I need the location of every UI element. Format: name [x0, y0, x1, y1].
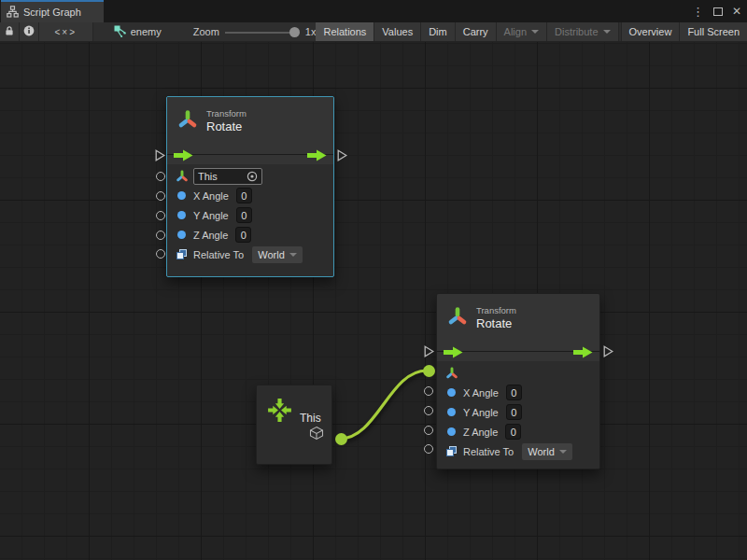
node-title: Rotate	[476, 316, 516, 330]
zoom-slider-track	[225, 32, 300, 34]
node-this[interactable]: This	[256, 385, 332, 465]
value-input-port[interactable]	[424, 426, 433, 435]
input-row-x-angle: X Angle 0	[437, 383, 599, 402]
dropdown-arrow-icon	[603, 30, 611, 34]
dropdown-arrow-icon	[559, 450, 567, 454]
relative-to-dropdown[interactable]: World	[252, 246, 303, 263]
fullscreen-button[interactable]: Full Screen	[680, 22, 747, 41]
value-input-port[interactable]	[156, 172, 165, 181]
input-label: X Angle	[193, 190, 229, 202]
graph-hierarchy-icon	[7, 6, 19, 20]
node-header[interactable]: Transform Rotate	[437, 294, 599, 342]
title-bar: Script Graph ⋮ ✕	[0, 0, 747, 22]
flow-in-arrow-icon	[444, 345, 463, 362]
input-row-relative-to: Relative To World	[167, 245, 333, 264]
input-label: Z Angle	[193, 230, 228, 241]
values-button[interactable]: Values	[374, 22, 421, 41]
float-port-icon	[447, 427, 456, 436]
zoom-slider-handle[interactable]	[289, 27, 300, 37]
info-icon	[23, 25, 35, 38]
value-input-port[interactable]	[156, 211, 165, 220]
zoom-slider[interactable]	[225, 22, 300, 42]
float-port-icon	[177, 231, 186, 239]
graph-toolbar: <×> enemy Zoom 1x Relations Values Dim C…	[0, 22, 747, 42]
distribute-button: Distribute	[547, 22, 618, 41]
dropdown-arrow-icon	[531, 30, 539, 34]
transform-mini-icon	[444, 367, 458, 380]
control-output-port[interactable]	[603, 344, 613, 361]
input-label: Z Angle	[463, 427, 498, 438]
z-angle-value[interactable]: 0	[505, 424, 521, 440]
flow-out-arrow-icon	[307, 148, 327, 165]
control-input-port[interactable]	[155, 148, 165, 165]
value-input-port[interactable]	[424, 444, 433, 454]
self-output-port[interactable]	[335, 433, 347, 445]
node-category: Transform	[206, 108, 247, 119]
value-input-port[interactable]	[156, 249, 165, 259]
code-preview-button[interactable]: <×>	[39, 22, 93, 41]
flow-out-arrow-icon	[573, 345, 593, 362]
maximize-icon[interactable]	[713, 7, 723, 16]
breadcrumb[interactable]: enemy	[114, 22, 162, 41]
node-header[interactable]: Transform Rotate	[167, 97, 333, 145]
y-angle-value[interactable]: 0	[506, 404, 522, 420]
zoom-level: 1x	[305, 26, 317, 37]
input-label: Y Angle	[463, 407, 499, 418]
input-row-y-angle: Y Angle 0	[167, 205, 333, 225]
input-label: Y Angle	[193, 210, 229, 221]
control-output-port[interactable]	[337, 148, 347, 165]
node-title: Rotate	[206, 119, 247, 133]
lock-button[interactable]	[0, 22, 20, 41]
target-object-field[interactable]: This	[193, 168, 262, 185]
input-row-z-angle: Z Angle 0	[437, 422, 599, 441]
gameobject-cube-icon	[309, 426, 324, 444]
float-port-icon	[447, 408, 456, 416]
float-port-icon	[447, 388, 456, 397]
value-input-port[interactable]	[424, 406, 433, 415]
input-row-x-angle: X Angle 0	[167, 186, 333, 205]
dim-button[interactable]: Dim	[421, 22, 456, 41]
input-row-y-angle: Y Angle 0	[437, 402, 599, 422]
flow-in-arrow-icon	[174, 148, 193, 165]
x-angle-value[interactable]: 0	[236, 188, 252, 203]
relations-button[interactable]: Relations	[316, 22, 374, 41]
value-input-port[interactable]	[156, 191, 165, 201]
x-angle-value[interactable]: 0	[506, 385, 522, 400]
input-row-target-connected	[437, 363, 599, 383]
enum-icon	[175, 248, 189, 260]
dropdown-arrow-icon	[289, 253, 297, 257]
overview-button[interactable]: Overview	[622, 22, 681, 41]
info-button[interactable]	[20, 22, 39, 41]
graph-icon	[114, 25, 126, 39]
carry-button[interactable]: Carry	[456, 22, 497, 41]
node-rotate-bottom[interactable]: Transform Rotate	[436, 293, 600, 469]
node-rotate-top[interactable]: Transform Rotate	[166, 96, 334, 277]
y-angle-value[interactable]: 0	[236, 207, 252, 223]
input-label: X Angle	[463, 387, 499, 399]
tab-label: Script Graph	[23, 7, 81, 18]
object-picker-icon[interactable]	[247, 171, 258, 182]
input-row-z-angle: Z Angle 0	[167, 225, 333, 245]
connected-value-input-port[interactable]	[423, 365, 435, 377]
float-port-icon	[177, 191, 186, 200]
transform-icon	[446, 305, 469, 331]
lock-icon	[4, 25, 15, 38]
self-converge-icon	[265, 396, 294, 428]
align-button: Align	[497, 22, 547, 41]
value-input-port[interactable]	[424, 386, 433, 396]
relative-to-dropdown[interactable]: World	[522, 443, 572, 460]
value-input-port[interactable]	[156, 231, 165, 240]
node-category: Transform	[476, 305, 516, 316]
float-port-icon	[177, 211, 186, 219]
control-input-port[interactable]	[424, 344, 434, 361]
input-label: Relative To	[193, 249, 244, 260]
node-title: This	[300, 412, 321, 425]
close-icon[interactable]: ✕	[732, 5, 741, 18]
graph-canvas[interactable]: Transform Rotate	[0, 42, 747, 560]
z-angle-value[interactable]: 0	[235, 227, 251, 243]
window-menu-icon[interactable]: ⋮	[692, 5, 704, 19]
tab-script-graph[interactable]: Script Graph	[1, 0, 104, 22]
transform-mini-icon	[175, 170, 189, 183]
input-row-relative-to: Relative To World	[437, 441, 599, 461]
input-row-target: This	[167, 166, 333, 186]
